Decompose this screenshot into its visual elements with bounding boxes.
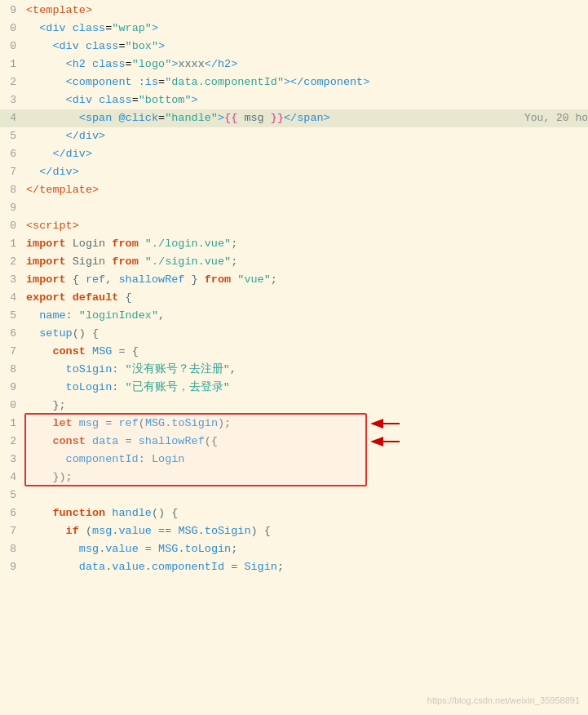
line-num-3: 0 xyxy=(0,38,23,56)
line-num-30: 7 xyxy=(0,522,23,540)
line-num-4: 1 xyxy=(0,56,23,73)
code-line-19: 6 setup() { xyxy=(0,325,588,343)
line-content-8: </div> xyxy=(23,127,588,145)
line-num-6: 3 xyxy=(0,91,23,109)
line-num-23: 0 xyxy=(0,397,23,415)
code-line-6: 3 <div class="bottom"> xyxy=(0,91,588,109)
line-content-15: import Sigin from "./sigin.vue"; xyxy=(23,253,588,271)
line-content-24: let msg = ref(MSG.toSigin); xyxy=(23,415,588,433)
line-num-10: 7 xyxy=(0,163,23,181)
code-line-29: 6 function handle() { xyxy=(0,504,588,522)
line-num-22: 9 xyxy=(0,379,23,397)
line-num-21: 8 xyxy=(0,361,23,379)
line-num-32: 9 xyxy=(0,558,23,576)
line-num-1: 9 xyxy=(0,2,23,20)
line-num-28: 5 xyxy=(0,486,23,504)
code-line-21: 8 toSigin: "没有账号？去注册", xyxy=(0,361,588,379)
line-num-7: 4 xyxy=(0,109,23,127)
code-line-1: 9 <template> xyxy=(0,2,588,20)
code-line-20: 7 const MSG = { xyxy=(0,343,588,361)
code-line-17: 4 export default { xyxy=(0,289,588,307)
line-num-8: 5 xyxy=(0,127,23,145)
code-line-8: 5 </div> xyxy=(0,127,588,145)
line-content-30: if (msg.value == MSG.toSigin) { xyxy=(23,522,588,540)
line-content-18: name: "loginIndex", xyxy=(23,307,588,325)
code-line-25: 2 const data = shallowRef({ xyxy=(0,433,588,451)
line-num-31: 8 xyxy=(0,540,23,558)
line-num-20: 7 xyxy=(0,343,23,361)
line-num-5: 2 xyxy=(0,73,23,91)
line-content-17: export default { xyxy=(23,289,588,307)
line-content-14: import Login from "./login.vue"; xyxy=(23,235,588,253)
line-content-1: <template> xyxy=(23,2,588,20)
code-line-4: 1 <h2 class="logo">xxxx</h2> xyxy=(0,56,588,73)
code-line-16: 3 import { ref, shallowRef } from "vue"; xyxy=(0,271,588,289)
line-content-9: </div> xyxy=(23,145,588,163)
line-num-13: 0 xyxy=(0,217,23,235)
code-line-32: 9 data.value.componentId = Sigin; xyxy=(0,558,588,576)
code-line-31: 8 msg.value = MSG.toLogin; xyxy=(0,540,588,558)
code-line-13: 0 <script> xyxy=(0,217,588,235)
code-line-30: 7 if (msg.value == MSG.toSigin) { xyxy=(0,522,588,540)
line-content-13: <script> xyxy=(23,217,588,235)
line-content-27: }); xyxy=(23,469,588,486)
line-num-25: 2 xyxy=(0,433,23,451)
line-num-24: 1 xyxy=(0,415,23,433)
code-line-11: 8 </template> xyxy=(0,181,588,199)
line-num-14: 1 xyxy=(0,235,23,253)
line-content-11: </template> xyxy=(23,181,588,199)
line-content-5: <component :is="data.componentId"></comp… xyxy=(23,73,588,91)
line-content-19: setup() { xyxy=(23,325,588,343)
code-line-18: 5 name: "loginIndex", xyxy=(0,307,588,325)
line-num-26: 3 xyxy=(0,451,23,469)
line-num-19: 6 xyxy=(0,325,23,343)
line-content-7: <span @click="handle">{{ msg }}</span> xyxy=(23,109,475,127)
line-annotation-7: You, 20 ho xyxy=(475,109,588,127)
code-line-2: 0 <div class="wrap"> xyxy=(0,20,588,38)
code-line-10: 7 </div> xyxy=(0,163,588,181)
watermark: https://blog.csdn.net/weixin_35958891 xyxy=(427,694,580,708)
line-content-21: toSigin: "没有账号？去注册", xyxy=(23,361,588,379)
code-line-15: 2 import Sigin from "./sigin.vue"; xyxy=(0,253,588,271)
line-content-10: </div> xyxy=(23,163,588,181)
code-line-26: 3 componentId: Login xyxy=(0,451,588,469)
code-line-23: 0 }; xyxy=(0,397,588,415)
line-num-2: 0 xyxy=(0,20,23,38)
code-line-27: 4 }); xyxy=(0,469,588,486)
line-content-32: data.value.componentId = Sigin; xyxy=(23,558,588,576)
code-line-24: 1 let msg = ref(MSG.toSigin); xyxy=(0,415,588,433)
line-content-23: }; xyxy=(23,397,588,415)
code-line-14: 1 import Login from "./login.vue"; xyxy=(0,235,588,253)
line-num-18: 5 xyxy=(0,307,23,325)
code-line-9: 6 </div> xyxy=(0,145,588,163)
line-num-11: 8 xyxy=(0,181,23,199)
line-content-16: import { ref, shallowRef } from "vue"; xyxy=(23,271,588,289)
line-num-27: 4 xyxy=(0,469,23,486)
line-content-26: componentId: Login xyxy=(23,451,588,469)
line-content-2: <div class="wrap"> xyxy=(23,20,588,38)
code-line-5: 2 <component :is="data.componentId"></co… xyxy=(0,73,588,91)
line-content-20: const MSG = { xyxy=(23,343,588,361)
line-content-25: const data = shallowRef({ xyxy=(23,433,588,451)
line-num-29: 6 xyxy=(0,504,23,522)
line-num-12: 9 xyxy=(0,199,23,217)
code-line-22: 9 toLogin: "已有账号，去登录" xyxy=(0,379,588,397)
line-num-17: 4 xyxy=(0,289,23,307)
line-num-15: 2 xyxy=(0,253,23,271)
line-content-6: <div class="bottom"> xyxy=(23,91,588,109)
code-line-28: 5 xyxy=(0,486,588,504)
line-num-16: 3 xyxy=(0,271,23,289)
line-content-3: <div class="box"> xyxy=(23,38,588,56)
code-line-3: 0 <div class="box"> xyxy=(0,38,588,56)
code-line-12: 9 xyxy=(0,199,588,217)
code-line-7: 4 <span @click="handle">{{ msg }}</span>… xyxy=(0,109,588,127)
code-editor: 9 <template> 0 <div class="wrap"> 0 <div… xyxy=(0,0,588,715)
line-num-9: 6 xyxy=(0,145,23,163)
line-content-29: function handle() { xyxy=(23,504,588,522)
line-content-22: toLogin: "已有账号，去登录" xyxy=(23,379,588,397)
line-content-31: msg.value = MSG.toLogin; xyxy=(23,540,588,558)
line-content-4: <h2 class="logo">xxxx</h2> xyxy=(23,56,588,73)
